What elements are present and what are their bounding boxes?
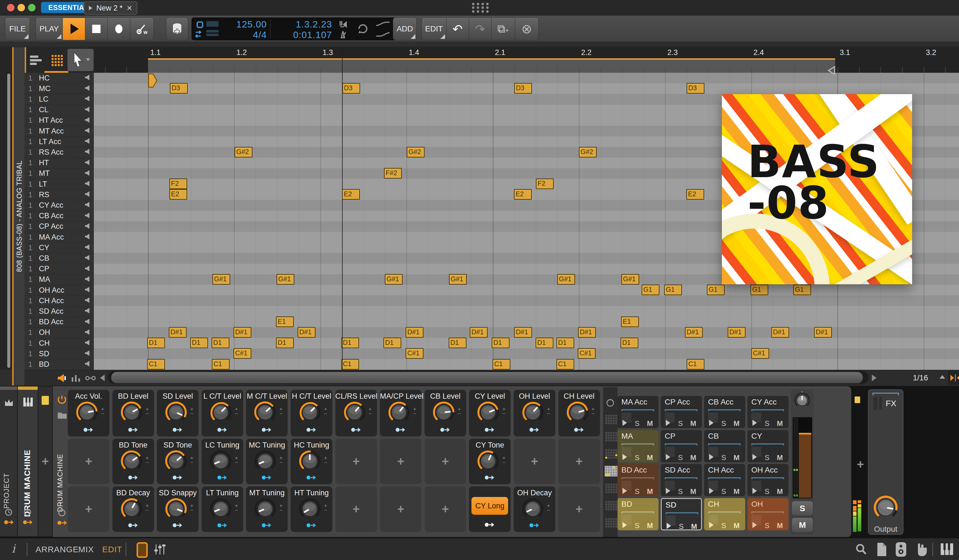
note-d#1[interactable]: D#1	[298, 327, 315, 337]
pad-play-icon[interactable]	[623, 522, 627, 528]
clip-loop-region[interactable]	[148, 58, 835, 73]
macro-oh-decay[interactable]: OH Decay+−	[514, 487, 555, 532]
note-f#2[interactable]: F#2	[384, 168, 402, 178]
key-audition-icon[interactable]	[84, 350, 91, 357]
note-g#1[interactable]: G#1	[277, 274, 294, 285]
note-c1[interactable]: C1	[341, 359, 359, 369]
macro-lc-tuning[interactable]: LC Tuning+−	[202, 439, 243, 484]
play-start-marker[interactable]	[148, 73, 158, 88]
pad-mute-button[interactable]: M	[734, 419, 740, 428]
note-d#1[interactable]: D#1	[578, 327, 596, 337]
note-c1[interactable]: C1	[687, 359, 704, 369]
pad-solo-button[interactable]: S	[635, 522, 639, 530]
macro-sd-snappy[interactable]: SD Snappy+−	[157, 487, 199, 532]
key-row-ma-acc[interactable]: 1MA Acc	[24, 232, 94, 243]
macro-bd-level[interactable]: BD Level+−	[112, 390, 154, 436]
pad-play-icon[interactable]	[709, 488, 714, 494]
modulation-dot[interactable]	[395, 427, 406, 434]
loop-icon[interactable]	[355, 22, 371, 36]
pad-solo-button[interactable]: S	[635, 453, 639, 462]
vertical-scrollbar[interactable]	[7, 73, 10, 368]
song-time-display[interactable]: 0:01.107	[274, 29, 332, 40]
plus-minus-icon[interactable]: +−	[235, 407, 238, 416]
key-audition-icon[interactable]	[84, 127, 91, 135]
device-remote-icon[interactable]	[58, 509, 66, 517]
note-f2[interactable]: F2	[169, 178, 187, 189]
minimize-window-button[interactable]	[18, 4, 25, 11]
key-audition-icon[interactable]	[84, 148, 91, 156]
macro-knob[interactable]	[297, 448, 323, 475]
key-audition-icon[interactable]	[84, 340, 91, 347]
key-row-cb[interactable]: 1CB	[24, 253, 94, 264]
empty-macro-slot[interactable]: +	[558, 439, 600, 484]
transport-record-button[interactable]	[107, 18, 130, 40]
pad-mute-button[interactable]: M	[734, 522, 740, 530]
empty-macro-slot[interactable]: +	[335, 439, 377, 484]
key-audition-icon[interactable]	[84, 85, 91, 92]
launcher-record-button[interactable]	[166, 18, 188, 40]
pad-bank-5[interactable]	[605, 500, 618, 511]
mixer-toggle-icon[interactable]	[153, 543, 167, 556]
note-c1[interactable]: C1	[492, 359, 510, 369]
volume-fader[interactable]	[792, 417, 812, 499]
key-audition-icon[interactable]	[84, 95, 91, 103]
pad-play-icon[interactable]	[666, 420, 670, 426]
plus-minus-icon[interactable]: +−	[279, 456, 282, 465]
pad-play-icon[interactable]	[666, 488, 670, 494]
key-audition-icon[interactable]	[84, 234, 91, 241]
note-d#1[interactable]: D#1	[169, 327, 186, 337]
drum-pad-sd[interactable]: SDSM	[661, 498, 702, 530]
device-chain-column[interactable]: +	[38, 387, 52, 536]
note-d#1[interactable]: D#1	[514, 327, 532, 337]
modulation-dot[interactable]	[128, 475, 139, 481]
plus-minus-icon[interactable]: +−	[413, 407, 416, 416]
key-row-ch[interactable]: 1CH	[24, 338, 94, 349]
note-c#1[interactable]: C#1	[751, 348, 769, 359]
crown-icon[interactable]	[4, 398, 14, 406]
drum-pad-sd-acc[interactable]: SD AccSM	[661, 464, 702, 496]
pad-solo-button[interactable]: S	[765, 487, 769, 496]
note-d3[interactable]: D3	[170, 83, 188, 94]
key-row-cp[interactable]: 1CP	[24, 264, 94, 275]
key-row-cb-acc[interactable]: 1CB Acc	[24, 211, 94, 221]
macro-knob[interactable]	[163, 496, 189, 523]
note-g#1[interactable]: G#1	[385, 274, 403, 285]
note-g#2[interactable]: G#2	[407, 147, 425, 158]
key-audition-icon[interactable]	[84, 276, 91, 283]
pad-mute-button[interactable]: M	[690, 453, 696, 462]
plus-minus-icon[interactable]: +−	[279, 407, 282, 416]
modulation-dot[interactable]	[484, 522, 495, 529]
key-audition-icon[interactable]	[84, 170, 91, 177]
pad-mute-button[interactable]: M	[734, 453, 740, 462]
key-row-lc[interactable]: 1LC	[24, 94, 94, 105]
modulation-out-icon[interactable]	[4, 519, 14, 525]
pad-solo-button[interactable]: S	[765, 419, 769, 428]
key-audition-icon[interactable]	[84, 180, 91, 188]
note-g#1[interactable]: G#1	[212, 274, 230, 285]
macro-knob[interactable]	[386, 399, 412, 426]
key-row-sd-acc[interactable]: 1SD Acc	[24, 306, 94, 317]
plus-minus-icon[interactable]: +−	[235, 456, 238, 465]
key-row-rs-acc[interactable]: 1RS Acc	[24, 147, 94, 158]
snap-value[interactable]: 1/16	[913, 374, 928, 382]
note-d1[interactable]: D1	[535, 337, 553, 348]
plus-minus-icon[interactable]: +−	[190, 407, 193, 416]
play-menu-button[interactable]: PLAY	[35, 18, 63, 40]
empty-macro-slot[interactable]: +	[380, 439, 422, 484]
note-g1[interactable]: G1	[707, 285, 725, 295]
modulation-dot[interactable]	[574, 427, 585, 434]
note-d3[interactable]: D3	[342, 83, 360, 94]
pad-bank-1[interactable]	[605, 431, 618, 442]
pad-mute-button[interactable]: M	[777, 487, 783, 496]
drum-pad-cp-acc[interactable]: CP AccSM	[661, 396, 702, 428]
key-row-oh[interactable]: 1OH	[24, 327, 94, 338]
file-menu-button[interactable]: FILE	[5, 18, 30, 40]
tempo-display[interactable]: 125.00	[217, 19, 267, 30]
pad-mute-button[interactable]: M	[734, 487, 740, 496]
macro-knob[interactable]	[297, 496, 323, 523]
modulation-dot[interactable]	[306, 475, 317, 481]
note-g1[interactable]: G1	[642, 285, 660, 295]
macro-bd-decay[interactable]: BD Decay+−	[112, 487, 154, 532]
modulation-dot[interactable]	[217, 475, 228, 481]
macro-knob[interactable]	[520, 399, 546, 426]
